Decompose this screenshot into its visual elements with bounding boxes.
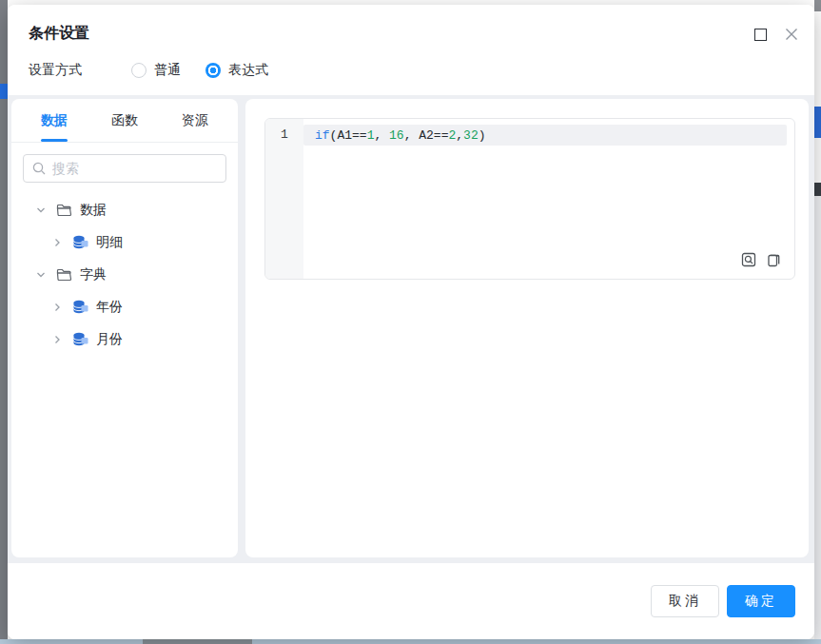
code-token: (A1== [330,128,367,143]
editor-toolbar [741,252,781,267]
chevron-right-icon[interactable] [51,334,63,345]
background-page-right-edge [814,0,821,639]
radio-normal[interactable]: 普通 [131,62,181,79]
tree-item-label: 数据 [80,202,107,219]
tab-function[interactable]: 函数 [101,99,148,142]
radio-normal-label: 普通 [154,62,181,79]
editor-gutter [265,119,303,279]
radio-expression[interactable]: 表达式 [205,62,268,79]
condition-settings-dialog: 条件设置 设置方式 普通 表达式 数据 函数 [8,5,814,639]
dialog-body: 数据 函数 资源 [8,95,814,563]
code-token: , A2== [404,128,449,143]
preview-zoom-button[interactable] [741,252,756,267]
close-button[interactable] [781,24,802,45]
background-fragment [814,138,821,183]
chevron-down-icon[interactable] [35,205,47,216]
copy-button[interactable] [766,252,781,267]
database-icon [72,300,88,315]
folder-icon [56,203,72,218]
copy-icon [766,252,781,267]
code-line[interactable]: if(A1==1, 16, A2==2,32) [315,127,486,144]
radio-selected-icon [205,63,221,78]
background-page-left-edge [0,0,8,639]
radio-unselected-icon [131,63,147,78]
tab-data[interactable]: 数据 [30,99,78,142]
data-source-panel: 数据 函数 资源 [11,99,238,557]
background-fragment [814,107,821,138]
radio-expression-label: 表达式 [228,62,268,79]
preview-zoom-icon [741,252,756,267]
panel-tabs: 数据 函数 资源 [11,99,238,143]
close-icon [784,27,799,42]
tree-item-label: 年份 [96,299,123,316]
code-token: 32 [463,128,479,143]
tab-resource[interactable]: 资源 [171,99,219,142]
code-token: , [374,128,389,143]
dialog-title: 条件设置 [29,24,89,44]
chevron-down-icon[interactable] [35,269,47,281]
code-token: 16 [389,128,404,143]
tree-item-folder[interactable]: 数据 [11,194,238,226]
tree-item-table[interactable]: 月份 [11,323,238,356]
data-tree: 数据 明细 [11,186,238,356]
tree-item-label: 明细 [96,234,123,251]
cancel-button[interactable]: 取消 [651,585,719,617]
background-blue-element [0,84,8,99]
code-token: , [456,128,463,143]
code-token: ) [479,128,486,143]
search-box [23,154,226,183]
search-icon [31,161,47,176]
database-icon [72,235,88,250]
line-number: 1 [265,127,303,142]
background-fragment [814,183,821,196]
background-fragment [814,11,821,107]
dialog-footer: 取消 确定 [8,563,814,639]
expression-panel: 1 if(A1==1, 16, A2==2,32) [245,99,809,557]
search-input[interactable] [23,154,226,183]
maximize-icon [754,29,767,41]
maximize-button[interactable] [750,24,771,45]
dialog-header: 条件设置 设置方式 普通 表达式 [8,5,814,95]
tree-item-folder[interactable]: 字典 [11,259,238,291]
folder-icon [56,267,72,283]
code-editor[interactable]: 1 if(A1==1, 16, A2==2,32) [264,118,795,280]
tree-item-table[interactable]: 明细 [11,226,238,259]
background-page-bottom-edge [0,639,821,644]
code-token: if [315,128,330,143]
background-fragment [143,639,252,644]
database-icon [72,332,88,347]
chevron-right-icon[interactable] [51,237,63,248]
setting-mode-label: 设置方式 [29,62,131,79]
background-fragment [814,0,821,11]
tree-item-table[interactable]: 年份 [11,291,238,323]
setting-mode-row: 设置方式 普通 表达式 [29,62,293,79]
tree-item-label: 月份 [96,331,123,348]
tree-item-label: 字典 [80,266,107,283]
confirm-button[interactable]: 确定 [727,585,795,617]
chevron-right-icon[interactable] [51,302,63,313]
